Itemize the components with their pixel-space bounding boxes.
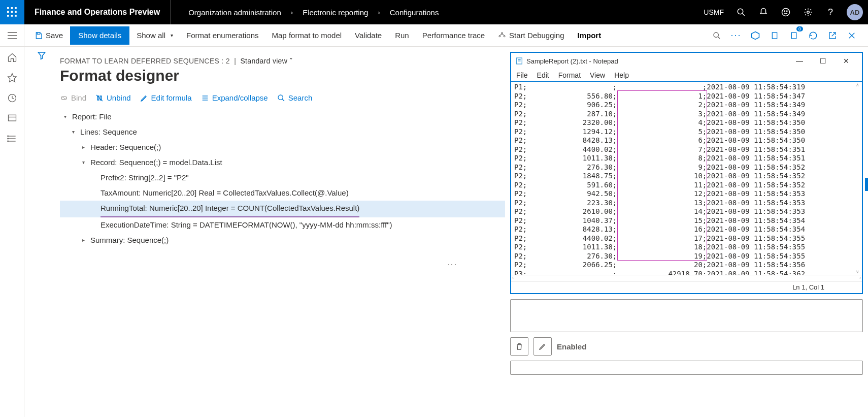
svg-point-20	[504, 36, 505, 37]
svg-point-23	[714, 33, 718, 37]
svg-rect-5	[15, 11, 17, 13]
show-details-button[interactable]: Show details	[70, 26, 129, 45]
svg-point-19	[499, 36, 500, 37]
svg-line-22	[502, 34, 505, 35]
bell-icon[interactable]	[752, 0, 775, 24]
edit-formula-button[interactable]: Edit formula	[140, 93, 192, 102]
details-textbox[interactable]	[510, 299, 863, 332]
gear-icon[interactable]	[797, 0, 819, 24]
enabled-textbox[interactable]	[510, 361, 863, 375]
attachment-count-icon[interactable]: 0	[786, 27, 802, 44]
svg-point-12	[784, 11, 785, 12]
expand-collapse-button[interactable]: Expand/collapse	[201, 93, 268, 102]
notepad-status-bar: Ln 1, Col 1	[511, 281, 862, 293]
start-debugging-button[interactable]: Start Debugging	[492, 26, 570, 45]
svg-line-21	[499, 34, 502, 35]
svg-point-37	[7, 136, 8, 137]
tree-node[interactable]: ▸Prefix2: String[2..2] = "P2"	[60, 170, 505, 185]
star-icon[interactable]	[7, 72, 18, 83]
chevron-down-icon: ▾	[171, 33, 173, 38]
smiley-icon[interactable]	[775, 0, 797, 24]
tree-node-selected[interactable]: ▸RunningTotal: Numeric[20..20] Integer =…	[60, 201, 505, 217]
search-icon[interactable]	[730, 0, 752, 24]
notepad-body[interactable]: P1; ; ;2021-08-09 11:58:54:319 P2; 556.8…	[511, 82, 853, 275]
menu-file[interactable]: File	[516, 71, 528, 79]
svg-point-38	[7, 138, 8, 139]
notepad-window: SampleReport (2).txt - Notepad — ☐ ✕ Fil…	[510, 52, 863, 294]
office-addin-icon[interactable]	[747, 27, 763, 44]
tree-node[interactable]: ▾Report: File	[60, 109, 505, 124]
vertical-scrollbar[interactable]: ∧∨	[853, 82, 862, 275]
attachment-icon[interactable]	[766, 27, 783, 44]
maximize-button[interactable]: ☐	[811, 54, 834, 68]
chevron-right-icon: ›	[291, 9, 293, 16]
run-button[interactable]: Run	[389, 26, 415, 45]
chevron-right-icon: ›	[378, 9, 380, 16]
horizontal-scrollbar[interactable]: ‹›	[511, 275, 862, 281]
svg-rect-4	[11, 11, 13, 13]
tree-node[interactable]: ▾Record: Sequence(;) = model.Data.List	[60, 155, 505, 170]
save-button[interactable]: Save	[28, 26, 69, 45]
panel-resize-handle[interactable]: ⋮	[447, 260, 458, 269]
delete-button[interactable]	[510, 337, 528, 356]
svg-rect-7	[11, 15, 13, 17]
map-format-button[interactable]: Map format to model	[266, 26, 348, 45]
svg-point-39	[7, 141, 8, 142]
tree-node[interactable]: ▸ExecutionDateTime: String = DATETIMEFOR…	[60, 217, 505, 233]
help-icon[interactable]: ?	[819, 0, 842, 24]
home-icon[interactable]	[7, 52, 18, 63]
show-all-label: Show all	[137, 31, 165, 40]
bind-button[interactable]: Bind	[60, 93, 86, 102]
svg-rect-6	[7, 15, 9, 17]
refresh-icon[interactable]	[805, 27, 821, 44]
company-selector[interactable]: USMF	[697, 8, 730, 16]
save-label: Save	[46, 31, 63, 40]
svg-point-11	[782, 9, 790, 16]
menu-view[interactable]: View	[590, 71, 605, 79]
more-icon[interactable]: ···	[728, 27, 744, 44]
search-icon[interactable]	[709, 27, 725, 44]
menu-edit[interactable]: Edit	[537, 71, 549, 79]
view-selector[interactable]: Standard view ˅	[240, 57, 293, 65]
filter-icon[interactable]	[37, 51, 46, 61]
start-debug-label: Start Debugging	[509, 31, 564, 40]
menu-help[interactable]: Help	[614, 71, 629, 79]
avatar[interactable]: AD	[847, 4, 863, 20]
tree-node[interactable]: ▸Summary: Sequence(;)	[60, 233, 505, 248]
minimize-button[interactable]: —	[788, 54, 811, 68]
nav-toggle-button[interactable]	[0, 24, 24, 46]
app-launcher-button[interactable]	[0, 0, 24, 24]
validate-button[interactable]: Validate	[349, 26, 388, 45]
modules-icon[interactable]	[7, 133, 18, 144]
svg-point-18	[502, 33, 503, 34]
close-icon[interactable]	[844, 27, 860, 44]
breadcrumb-item[interactable]: Organization administration	[188, 8, 281, 17]
workspace-icon[interactable]	[7, 113, 18, 124]
edit-button[interactable]	[533, 337, 552, 356]
recent-icon[interactable]	[7, 92, 18, 104]
page-breadcrumb: FORMAT TO LEARN DEFERRED SEQUENCES : 2 |…	[60, 57, 505, 65]
notepad-icon	[515, 57, 523, 65]
unbind-button[interactable]: Unbind	[95, 93, 131, 102]
svg-rect-3	[7, 11, 9, 13]
show-all-button[interactable]: Show all ▾	[130, 26, 179, 45]
close-button[interactable]: ✕	[834, 54, 858, 68]
enabled-label: Enabled	[557, 342, 586, 351]
tree-node[interactable]: ▾Lines: Sequence	[60, 124, 505, 140]
tree-node[interactable]: ▸TaxAmount: Numeric[20..20] Real = Colle…	[60, 185, 505, 201]
svg-point-45	[278, 95, 283, 100]
svg-point-14	[807, 11, 810, 14]
unbind-label: Unbind	[107, 93, 131, 102]
popout-icon[interactable]	[824, 27, 841, 44]
breadcrumb-item[interactable]: Configurations	[390, 8, 439, 17]
import-button[interactable]: Import	[572, 26, 608, 45]
format-enumerations-button[interactable]: Format enumerations	[180, 26, 265, 45]
app-title: Finance and Operations Preview	[24, 0, 171, 24]
performance-trace-button[interactable]: Performance trace	[416, 26, 491, 45]
menu-format[interactable]: Format	[558, 71, 581, 79]
search-button[interactable]: Search	[277, 93, 313, 102]
breadcrumb-item[interactable]: Electronic reporting	[303, 8, 368, 17]
edge-highlight	[865, 178, 868, 191]
tree-node[interactable]: ▸Header: Sequence(;)	[60, 140, 505, 155]
svg-line-10	[742, 13, 745, 16]
